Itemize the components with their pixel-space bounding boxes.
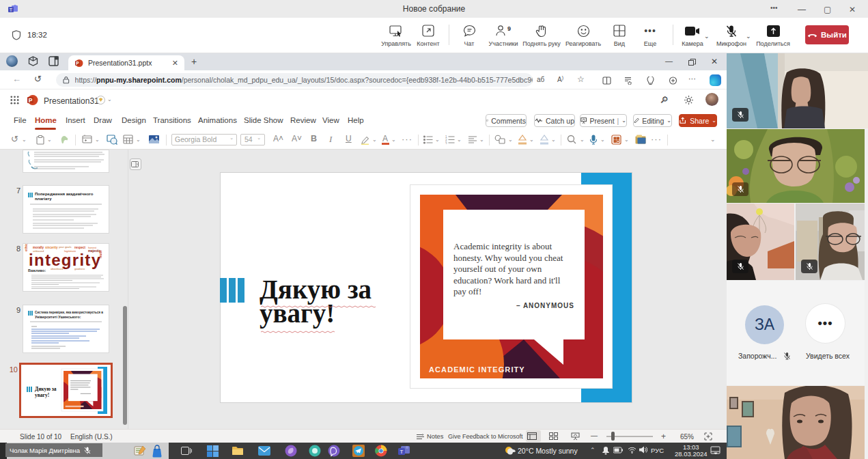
svg-text:education? Work hard and it'll: education? Work hard and it'll <box>453 275 561 286</box>
svg-text:Дякую за: Дякую за <box>35 386 57 392</box>
svg-text:– ANONYMOUS: – ANONYMOUS <box>516 302 574 309</box>
svg-text:aboveboard: aboveboard <box>51 268 64 270</box>
svg-text:truth: truth <box>98 251 102 258</box>
svg-text:P: P <box>29 97 33 104</box>
svg-text:your goals: your goals <box>59 245 71 249</box>
svg-text:увагу!: увагу! <box>35 392 49 398</box>
svg-text:P: P <box>76 60 79 65</box>
svg-text:goodness: goodness <box>74 268 85 270</box>
svg-text:pay off!: pay off! <box>453 286 481 296</box>
svg-text:yourself out of your own: yourself out of your own <box>453 264 542 274</box>
svg-text:9: 9 <box>507 25 511 32</box>
svg-text:Важливо:: Важливо: <box>28 268 46 273</box>
svg-text:T: T <box>400 449 404 455</box>
svg-text:sincerity: sincerity <box>45 246 58 249</box>
svg-text:ethics: ethics <box>24 244 28 251</box>
svg-text:3: 3 <box>445 142 447 145</box>
svg-text:respect: respect <box>74 246 86 249</box>
svg-text:honesty. Why would you cheat: honesty. Why would you cheat <box>453 253 563 263</box>
svg-text:integrity: integrity <box>29 251 101 269</box>
svg-text:Система перевірки, яка викорис: Система перевірки, яка використовується … <box>35 310 104 314</box>
svg-text:Попередження академічного: Попередження академічного <box>35 192 94 196</box>
svg-text:ACADEMIC INTEGRITY: ACADEMIC INTEGRITY <box>429 365 525 374</box>
svg-text:Academic integrity is about: Academic integrity is about <box>453 241 552 251</box>
svg-text:плагіату: плагіату <box>35 197 52 201</box>
svg-text:Університеті Ушинського:: Університеті Ушинського: <box>35 315 81 319</box>
